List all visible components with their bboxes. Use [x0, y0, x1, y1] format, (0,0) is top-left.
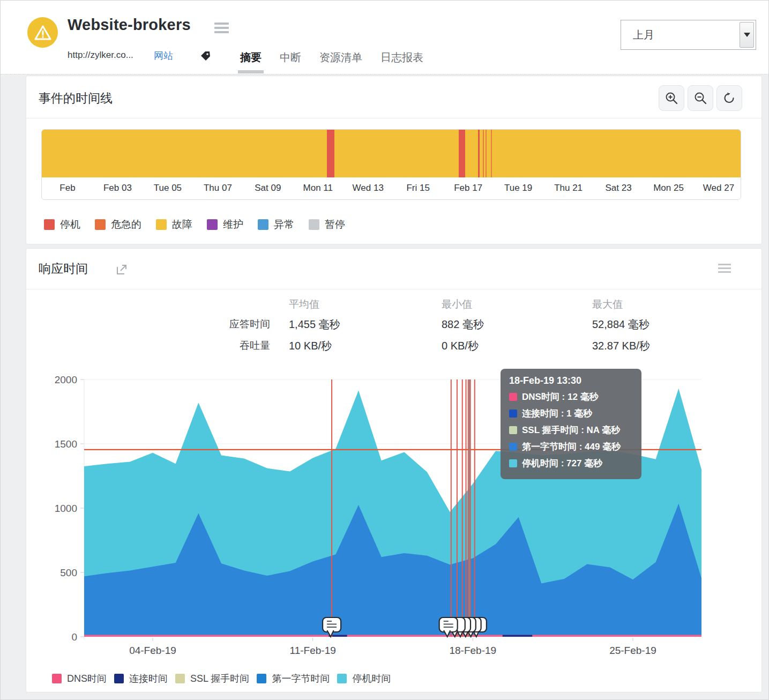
tab-3[interactable]: 资源清单	[319, 50, 362, 73]
legend-label: 故障	[172, 218, 192, 232]
timeline-axis-label: Wed 27	[703, 183, 734, 193]
stat-value: 10 KB/秒	[289, 339, 332, 353]
tooltip-swatch	[509, 409, 517, 418]
area-dns-time	[84, 635, 701, 637]
tab-1[interactable]: 摘要	[240, 50, 262, 73]
stat-col-header: 最大值	[592, 297, 623, 311]
timeline-axis-label: Wed 13	[353, 183, 384, 193]
timeline-axis-label: Tue 05	[154, 183, 182, 193]
legend-label: SSL 握手时间	[190, 672, 249, 685]
tab-2[interactable]: 中断	[280, 50, 301, 73]
outage-stripe[interactable]	[491, 130, 492, 177]
legend-item: 危急的	[95, 218, 141, 232]
legend-label: 维护	[223, 218, 243, 232]
timeline-axis-label: Mon 25	[653, 183, 684, 193]
legend-item[interactable]: 停机时间	[337, 672, 391, 685]
zoom-out-button[interactable]	[688, 85, 713, 111]
zoom-out-icon	[693, 91, 707, 105]
page: Website-brokers http://zylker.co... 网站 摘…	[0, 0, 769, 700]
legend-item[interactable]: 第一字节时间	[257, 672, 330, 685]
outage-stripe[interactable]	[478, 130, 480, 177]
legend-item: 暂停	[309, 218, 345, 232]
stat-col-header: 平均值	[289, 297, 319, 311]
stat-row-label: 应答时间	[200, 317, 270, 331]
outage-stripe[interactable]	[483, 130, 484, 177]
response-chart-legend: DNS时间连接时间SSL 握手时间第一字节时间停机时间	[52, 672, 398, 685]
tooltip-swatch	[509, 393, 517, 401]
tooltip-row: 连接时间 : 1 毫秒	[509, 407, 633, 420]
timeline-axis-label: Feb 03	[103, 183, 132, 193]
zoom-in-icon	[665, 91, 678, 105]
timeline-axis-label: Mon 11	[303, 183, 333, 193]
tooltip-text: DNS时间 : 12 毫秒	[522, 391, 599, 403]
tooltip-row: DNS时间 : 12 毫秒	[509, 391, 633, 403]
legend-item: 异常	[258, 218, 294, 232]
stat-row-label: 吞吐量	[200, 339, 270, 353]
y-tick-label: 1500	[55, 438, 77, 450]
timeline-card-title: 事件的时间线	[39, 90, 113, 107]
zoom-in-button[interactable]	[659, 85, 684, 111]
x-tick-label: 25-Feb-19	[609, 645, 656, 656]
warning-triangle-icon	[34, 24, 52, 41]
page-title: Website-brokers	[68, 16, 191, 34]
tooltip-text: 第一字节时间 : 449 毫秒	[522, 441, 621, 453]
event-timeline-axis: FebFeb 03Tue 05Thu 07Sat 09Mon 11Wed 13F…	[42, 177, 741, 199]
outage-stripe[interactable]	[486, 130, 487, 177]
zoom-reset-button[interactable]	[716, 85, 742, 111]
tooltip-row: 停机时间 : 727 毫秒	[509, 457, 633, 470]
tooltip-text: SSL 握手时间 : NA 毫秒	[522, 424, 620, 436]
legend-swatch	[257, 674, 266, 683]
legend-swatch	[309, 219, 319, 230]
stat-col-header: 最小值	[442, 297, 472, 311]
stat-value: 0 KB/秒	[442, 339, 479, 353]
tooltip-row: 第一字节时间 : 449 毫秒	[509, 441, 633, 453]
hamburger-icon[interactable]	[214, 23, 229, 33]
legend-item[interactable]: SSL 握手时间	[175, 672, 249, 685]
tag-icon[interactable]	[199, 50, 211, 64]
chart-menu-icon[interactable]	[718, 264, 731, 273]
legend-item[interactable]: 连接时间	[114, 672, 168, 685]
stat-value: 52,884 毫秒	[592, 317, 649, 332]
legend-item: 故障	[156, 218, 192, 232]
event-timeline-bar[interactable]	[42, 130, 741, 177]
y-tick-label: 0	[71, 631, 77, 643]
response-time-card: 响应时间 平均值最小值最大值应答时间1,455 毫秒882 毫秒52,884 毫…	[26, 248, 762, 692]
tooltip-row: SSL 握手时间 : NA 毫秒	[509, 424, 633, 436]
legend-swatch	[52, 674, 62, 683]
monitor-status-badge	[27, 17, 58, 48]
stat-value: 1,455 毫秒	[289, 317, 340, 332]
legend-label: 异常	[274, 218, 294, 232]
tab-bar: 摘要中断资源清单日志报表	[240, 50, 423, 73]
period-select[interactable]: 上月	[621, 20, 756, 50]
timeline-axis-label: Thu 07	[204, 183, 232, 193]
legend-label: 暂停	[325, 218, 345, 232]
outage-stripe[interactable]	[327, 130, 334, 177]
area-connection-time	[503, 635, 532, 637]
event-timeline-legend: 停机危急的故障维护异常暂停	[44, 218, 360, 232]
event-timeline-chart[interactable]: FebFeb 03Tue 05Thu 07Sat 09Mon 11Wed 13F…	[41, 129, 741, 200]
outage-stripe[interactable]	[459, 130, 465, 177]
stat-value: 32.87 KB/秒	[592, 339, 650, 353]
legend-label: 停机	[60, 218, 80, 232]
legend-label: 停机时间	[352, 672, 391, 685]
site-type-link[interactable]: 网站	[154, 49, 173, 62]
monitor-url: http://zylker.co...	[68, 50, 133, 61]
timeline-axis-label: Feb 17	[454, 183, 482, 193]
legend-swatch	[44, 219, 55, 230]
legend-swatch	[207, 219, 218, 230]
stat-value: 882 毫秒	[442, 317, 484, 332]
legend-swatch	[175, 674, 185, 683]
y-tick-label: 500	[60, 567, 77, 578]
tooltip-swatch	[509, 459, 517, 467]
timeline-axis-label: Fri 15	[406, 183, 429, 193]
legend-label: DNS时间	[67, 672, 107, 685]
x-tick-label: 11-Feb-19	[290, 645, 336, 656]
tab-4[interactable]: 日志报表	[380, 50, 423, 73]
legend-swatch	[258, 219, 268, 230]
legend-item[interactable]: DNS时间	[52, 672, 107, 685]
external-link-icon[interactable]	[116, 263, 128, 278]
chevron-down-icon[interactable]	[740, 22, 754, 48]
timeline-axis-label: Feb	[59, 183, 75, 193]
chart-tooltip: 18-Feb-19 13:30 DNS时间 : 12 毫秒连接时间 : 1 毫秒…	[501, 369, 641, 479]
timeline-axis-label: Sat 23	[605, 183, 631, 193]
